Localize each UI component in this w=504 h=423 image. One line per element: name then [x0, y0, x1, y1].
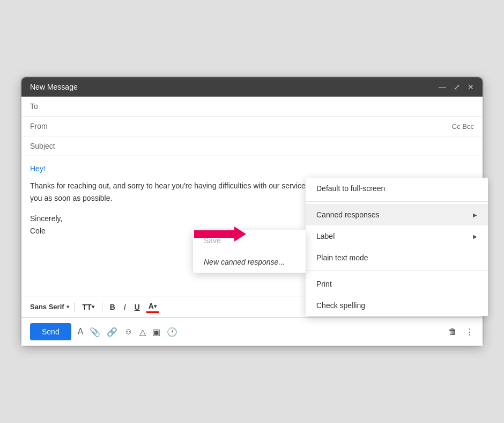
menu-item-canned-responses[interactable]: Canned responses ▶ Save New canned respo…	[306, 204, 488, 225]
text-size-button[interactable]: TT ▾	[80, 302, 97, 312]
to-label: To	[30, 102, 57, 111]
menu-divider-1	[306, 201, 488, 202]
menu-item-label[interactable]: Label ▶	[306, 225, 488, 247]
bold-button[interactable]: B	[108, 302, 117, 312]
underline-button[interactable]: U	[132, 302, 142, 312]
toolbar-separator-1	[75, 302, 75, 312]
toolbar-separator-2	[102, 302, 102, 312]
compose-bottom: Send A 📎 🔗 ☺ △ ▣ 🕐 🗑 ⋮	[21, 317, 483, 346]
submenu-new-canned[interactable]: New canned response...	[193, 251, 306, 273]
close-icon[interactable]: ✕	[468, 83, 474, 91]
context-menu: Default to full-screen Canned responses …	[306, 178, 488, 316]
font-color-bottom-icon[interactable]: A	[78, 327, 84, 337]
menu-item-plaintext[interactable]: Plain text mode	[306, 247, 488, 268]
expand-icon[interactable]: ⤢	[454, 83, 460, 91]
more-options-icon[interactable]: ⋮	[465, 327, 474, 337]
photo-icon[interactable]: ▣	[152, 327, 160, 337]
to-input[interactable]	[57, 101, 474, 112]
canned-responses-submenu: Save New canned response...	[193, 230, 306, 273]
compose-header: New Message — ⤢ ✕	[21, 77, 483, 97]
font-name: Sans Serif	[30, 303, 64, 311]
menu-item-fullscreen[interactable]: Default to full-screen	[306, 178, 488, 199]
canned-responses-arrow-icon: ▶	[473, 212, 477, 218]
menu-item-spell-check[interactable]: Check spelling	[306, 295, 488, 316]
submenu-save[interactable]: Save	[193, 230, 306, 251]
from-field: From Cc Bcc	[21, 116, 483, 136]
timer-icon[interactable]: 🕐	[167, 327, 177, 337]
compose-window: New Message — ⤢ ✕ To From Cc Bcc Subject…	[21, 77, 483, 346]
body-greeting: Hey!	[30, 163, 474, 174]
delete-icon[interactable]: 🗑	[448, 327, 457, 337]
drive-icon[interactable]: △	[139, 327, 146, 337]
from-input[interactable]	[57, 121, 452, 132]
menu-divider-2	[306, 271, 488, 271]
from-label: From	[30, 122, 57, 130]
subject-input[interactable]	[57, 141, 474, 151]
subject-label: Subject	[30, 142, 57, 150]
to-field: To	[21, 97, 483, 116]
minimize-icon[interactable]: —	[439, 83, 446, 91]
font-selector[interactable]: Sans Serif ▾	[30, 303, 69, 311]
compose-title: New Message	[30, 83, 78, 91]
italic-button[interactable]: I	[122, 302, 128, 312]
cc-bcc-button[interactable]: Cc Bcc	[452, 122, 474, 130]
send-button[interactable]: Send	[30, 323, 71, 340]
menu-item-print[interactable]: Print	[306, 273, 488, 295]
attach-icon[interactable]: 📎	[90, 327, 100, 337]
emoji-icon[interactable]: ☺	[124, 327, 132, 337]
subject-field: Subject	[21, 136, 483, 156]
compose-header-icons: — ⤢ ✕	[439, 83, 474, 91]
font-color-button[interactable]: A ▾	[146, 301, 159, 313]
label-arrow-icon: ▶	[473, 234, 477, 239]
font-arrow-icon: ▾	[66, 304, 69, 310]
bottom-right-icons: 🗑 ⋮	[448, 327, 474, 337]
link-icon[interactable]: 🔗	[107, 327, 117, 337]
